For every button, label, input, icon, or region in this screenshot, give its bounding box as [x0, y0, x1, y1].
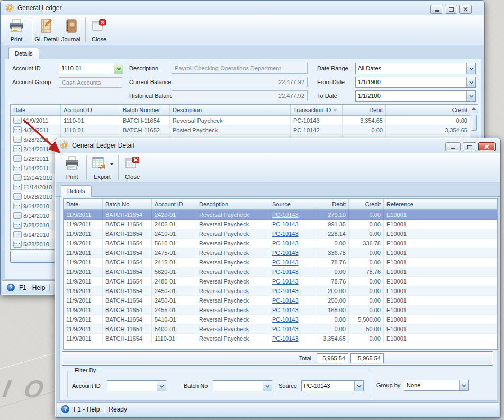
cell-text: 336.78: [363, 240, 381, 246]
minimize-button[interactable]: [445, 142, 461, 151]
source-link[interactable]: PC-10143: [272, 297, 299, 304]
column-header-date[interactable]: Date: [64, 199, 103, 209]
table-row[interactable]: 11/9/2011BATCH-116542410-01Reversal Payc…: [64, 229, 497, 239]
from-date-select[interactable]: 1/1/1900: [355, 77, 476, 88]
tab-details[interactable]: Details: [61, 185, 92, 197]
print-button[interactable]: Print: [60, 154, 84, 181]
source-link[interactable]: PC-10143: [272, 307, 299, 313]
row-detail-button[interactable]: ···: [13, 193, 22, 200]
close-button[interactable]: [478, 142, 496, 151]
column-header-debit[interactable]: Debit: [316, 199, 349, 209]
source-link[interactable]: PC-10143: [272, 259, 299, 266]
column-header-date[interactable]: Date: [11, 105, 61, 115]
filter-batch-no-select[interactable]: [213, 380, 272, 391]
chevron-down-icon[interactable]: [114, 63, 123, 74]
row-detail-button[interactable]: ···: [13, 136, 22, 143]
row-detail-button[interactable]: ···: [13, 231, 22, 238]
column-header-account-id[interactable]: Account ID: [61, 105, 120, 115]
row-detail-button[interactable]: ···: [13, 126, 22, 133]
table-row[interactable]: ···4/30/20111110-01BATCH-11652Posted Pay…: [11, 125, 478, 135]
row-detail-button[interactable]: ···: [13, 155, 22, 162]
general-ledger-titlebar[interactable]: General Ledger: [1, 1, 484, 15]
table-row[interactable]: 11/9/2011BATCH-116542455-01Reversal Payc…: [64, 305, 497, 315]
source-link[interactable]: PC-10143: [272, 288, 299, 294]
filter-account-id-select[interactable]: [107, 380, 166, 391]
source-link[interactable]: PC-10143: [272, 278, 299, 285]
table-row[interactable]: 11/9/2011BATCH-116541110-01Reversal Payc…: [64, 334, 497, 343]
group-by-select[interactable]: None: [404, 380, 469, 391]
chevron-down-icon[interactable]: [466, 63, 475, 74]
filter-source-select[interactable]: PC-10143: [301, 380, 364, 391]
column-header-account-id[interactable]: Account ID: [152, 199, 196, 209]
row-detail-button[interactable]: ···: [13, 212, 22, 219]
table-row[interactable]: 11/9/2011BATCH-116545400-01Reversal Payc…: [64, 324, 497, 334]
table-row[interactable]: 11/9/2011BATCH-116542450-01Reversal Payc…: [64, 296, 497, 305]
column-header-reference[interactable]: Reference: [384, 199, 497, 209]
table-row[interactable]: 11/9/2011BATCH-116542405-01Reversal Payc…: [64, 220, 497, 229]
source-link[interactable]: PC-10143: [272, 231, 299, 237]
column-header-batch-number[interactable]: Batch Number: [120, 105, 170, 115]
journal-button[interactable]: Journal: [59, 16, 83, 44]
source-link[interactable]: PC-10143: [272, 326, 299, 332]
cell-text: E10001: [386, 212, 407, 218]
row-detail-button[interactable]: ···: [13, 117, 22, 124]
close-window-button[interactable]: Close: [87, 16, 111, 44]
maximize-button[interactable]: [463, 142, 476, 151]
print-button[interactable]: Print: [3, 16, 30, 44]
gl-detail-button[interactable]: GL Detail: [33, 16, 60, 44]
chevron-down-icon[interactable]: [459, 380, 468, 390]
table-row[interactable]: 11/9/2011BATCH-116542475-01Reversal Payc…: [64, 248, 497, 258]
source-link[interactable]: PC-10143: [272, 250, 299, 256]
source-link[interactable]: PC-10143: [272, 221, 299, 227]
table-row[interactable]: ···11/9/20111110-01BATCH-11654Reversal P…: [11, 116, 478, 125]
table-cell: BATCH-11654: [103, 315, 152, 324]
help-label[interactable]: F1 - Help: [74, 406, 100, 413]
table-row[interactable]: 11/9/2011BATCH-116545410-01Reversal Payc…: [64, 315, 497, 324]
help-label[interactable]: F1 - Help: [19, 284, 45, 291]
row-detail-button[interactable]: ···: [13, 165, 22, 171]
maximize-button[interactable]: [445, 5, 457, 14]
scroll-up-button[interactable]: [470, 105, 478, 113]
table-row[interactable]: 11/9/2011BATCH-116542420-01Reversal Payc…: [64, 210, 497, 220]
chevron-down-icon[interactable]: [157, 381, 166, 391]
table-row[interactable]: 11/9/2011BATCH-116545620-01Reversal Payc…: [64, 267, 497, 277]
table-row[interactable]: 11/9/2011BATCH-116542415-01Reversal Payc…: [64, 258, 497, 267]
row-detail-button[interactable]: ···: [13, 184, 22, 190]
export-button[interactable]: Export: [88, 154, 116, 181]
source-link[interactable]: PC-10143: [272, 269, 299, 275]
column-header-source[interactable]: Source: [269, 199, 316, 209]
close-window-button[interactable]: Close: [121, 154, 144, 181]
column-header-debit[interactable]: Debit: [343, 105, 386, 115]
row-detail-button[interactable]: ···: [13, 241, 22, 248]
to-date-select[interactable]: 1/1/2100: [355, 90, 476, 102]
row-detail-button[interactable]: ···: [13, 203, 22, 209]
column-header-transaction-id[interactable]: Transaction ID: [291, 105, 343, 115]
column-header-description[interactable]: Description: [196, 199, 269, 209]
close-button[interactable]: [459, 5, 472, 14]
table-row[interactable]: 11/9/2011BATCH-116542450-01Reversal Payc…: [64, 286, 497, 296]
column-header-credit[interactable]: Credit: [349, 199, 384, 209]
tab-details[interactable]: Details: [8, 48, 39, 59]
date-range-select[interactable]: All Dates: [355, 63, 476, 74]
chevron-down-icon[interactable]: [466, 91, 475, 101]
source-link[interactable]: PC-10143: [272, 212, 299, 218]
row-detail-button[interactable]: ···: [13, 222, 22, 229]
column-header-description[interactable]: Description: [170, 105, 291, 115]
row-detail-button[interactable]: ···: [13, 174, 22, 181]
row-detail-button[interactable]: ···: [13, 145, 22, 152]
source-link[interactable]: PC-10143: [272, 240, 299, 246]
source-link[interactable]: PC-10143: [272, 316, 299, 323]
detail-titlebar[interactable]: General Ledger Detail: [55, 138, 500, 153]
column-header-credit[interactable]: Credit: [386, 105, 471, 115]
chevron-down-icon[interactable]: [263, 381, 272, 391]
source-link[interactable]: PC-10143: [272, 335, 299, 342]
chevron-down-icon[interactable]: [466, 77, 475, 87]
table-row[interactable]: 11/9/2011BATCH-116545610-01Reversal Payc…: [64, 239, 497, 248]
chevron-down-icon[interactable]: [354, 381, 363, 391]
export-dropdown-caret[interactable]: [110, 163, 114, 165]
table-row[interactable]: 11/9/2011BATCH-116542480-01Reversal Payc…: [64, 277, 497, 286]
account-id-select[interactable]: 1110-01: [59, 63, 123, 74]
column-header-batch-no[interactable]: Batch No: [103, 199, 152, 209]
scrollbar-thumb[interactable]: [471, 115, 477, 131]
minimize-button[interactable]: [430, 5, 443, 14]
